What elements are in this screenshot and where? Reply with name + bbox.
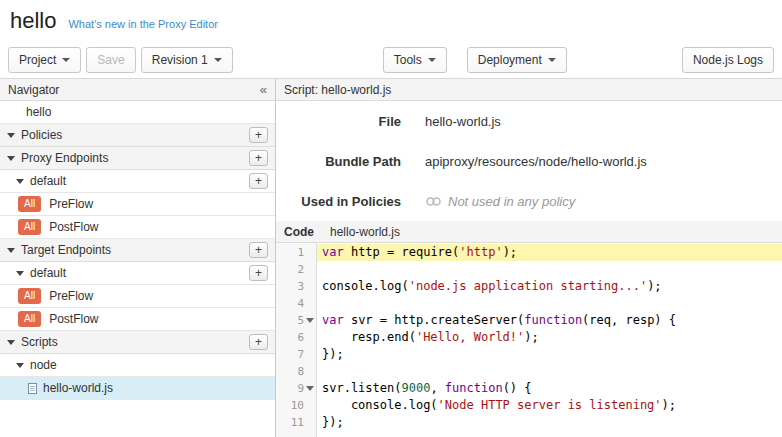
code-text[interactable]: var http = require('http'); — [317, 244, 782, 261]
fold-toggle-icon[interactable] — [306, 386, 314, 391]
nav-item-target-preflow[interactable]: All PreFlow — [0, 285, 275, 308]
caret-down-icon — [548, 58, 556, 62]
save-button-label: Save — [97, 53, 124, 67]
code-line[interactable]: 10 console.log('Node HTTP server is list… — [276, 397, 782, 414]
line-gutter: 4 — [276, 295, 317, 312]
nav-item-hello[interactable]: hello — [0, 101, 275, 124]
revision-menu-button[interactable]: Revision 1 — [141, 47, 233, 73]
code-text[interactable]: }); — [317, 414, 782, 431]
line-gutter: 8 — [276, 363, 317, 380]
code-line[interactable]: 1var http = require('http'); — [276, 244, 782, 261]
not-used-text: Not used in any policy — [448, 194, 575, 209]
line-gutter: 5 — [276, 312, 317, 329]
code-text[interactable]: }); — [317, 346, 782, 363]
line-number: 1 — [286, 246, 304, 259]
code-line[interactable]: 8 — [276, 363, 782, 380]
file-icon — [28, 383, 37, 394]
nav-item-label: node — [30, 358, 57, 372]
script-panel-title: Script: hello-world.js — [284, 83, 391, 97]
add-proxy-flow-button[interactable]: + — [249, 173, 268, 189]
nav-section-label: Proxy Endpoints — [21, 151, 108, 165]
nav-item-node-folder[interactable]: node — [0, 354, 275, 377]
deployment-menu-button[interactable]: Deployment — [467, 47, 567, 73]
nav-item-proxy-preflow[interactable]: All PreFlow — [0, 193, 275, 216]
code-text[interactable]: console.log('node.js application startin… — [317, 278, 782, 295]
add-proxy-endpoint-button[interactable]: + — [249, 150, 268, 166]
page-title: hello — [10, 8, 56, 34]
code-text[interactable] — [317, 261, 782, 278]
nav-item-label: PreFlow — [49, 197, 93, 211]
main-split: Navigator « hello Policies + Proxy Endpo… — [0, 79, 782, 437]
line-gutter: 9 — [276, 380, 317, 397]
add-target-endpoint-button[interactable]: + — [249, 242, 268, 258]
nav-item-target-default[interactable]: default + — [0, 262, 275, 285]
code-text[interactable]: var svr = http.createServer(function(req… — [317, 312, 782, 329]
code-line[interactable]: 7}); — [276, 346, 782, 363]
flow-condition-badge: All — [18, 196, 41, 212]
code-editor[interactable]: 1var http = require('http');23console.lo… — [276, 243, 782, 437]
app-window: hello What's new in the Proxy Editor Pro… — [0, 0, 782, 437]
navigator-title: Navigator — [8, 83, 59, 97]
navigator-panel: Navigator « hello Policies + Proxy Endpo… — [0, 79, 276, 437]
used-in-policies-label: Used in Policies — [276, 194, 401, 209]
line-number: 10 — [286, 399, 304, 412]
nav-item-proxy-default[interactable]: default + — [0, 170, 275, 193]
collapse-navigator-icon[interactable]: « — [260, 82, 267, 97]
project-menu-button[interactable]: Project — [8, 47, 81, 73]
nodejs-logs-button[interactable]: Node.js Logs — [682, 47, 774, 73]
line-number: 8 — [286, 365, 304, 378]
code-line[interactable]: 3console.log('node.js application starti… — [276, 278, 782, 295]
nav-item-proxy-postflow[interactable]: All PostFlow — [0, 216, 275, 239]
file-row: File hello-world.js — [276, 101, 782, 141]
line-number: 5 — [286, 314, 304, 327]
navigator-header: Navigator « — [0, 79, 275, 101]
nav-section-policies[interactable]: Policies + — [0, 124, 275, 147]
code-text[interactable] — [317, 295, 782, 312]
nav-item-target-postflow[interactable]: All PostFlow — [0, 308, 275, 331]
code-line[interactable]: 5var svr = http.createServer(function(re… — [276, 312, 782, 329]
line-gutter: 2 — [276, 261, 317, 278]
line-number: 7 — [286, 348, 304, 361]
code-line[interactable]: 11}); — [276, 414, 782, 431]
code-header: Code hello-world.js — [276, 221, 782, 243]
deployment-menu-label: Deployment — [478, 53, 542, 67]
flow-condition-badge: All — [18, 288, 41, 304]
fold-toggle-icon[interactable] — [306, 318, 314, 323]
nav-section-label: Scripts — [21, 335, 58, 349]
page-header: hello What's new in the Proxy Editor — [0, 0, 782, 42]
line-number: 4 — [286, 297, 304, 310]
code-line[interactable]: 4 — [276, 295, 782, 312]
line-gutter: 10 — [276, 397, 317, 414]
bundle-path-label: Bundle Path — [276, 154, 401, 169]
whats-new-link[interactable]: What's new in the Proxy Editor — [68, 18, 217, 30]
disclosure-down-icon — [16, 179, 24, 184]
revision-menu-label: Revision 1 — [152, 53, 208, 67]
code-text[interactable] — [317, 363, 782, 380]
link-icon — [425, 196, 442, 207]
caret-down-icon — [62, 58, 70, 62]
nav-item-hello-world-js[interactable]: hello-world.js — [0, 377, 275, 400]
save-button[interactable]: Save — [86, 47, 135, 73]
code-text[interactable]: resp.end('Hello, World!'); — [317, 329, 782, 346]
add-target-flow-button[interactable]: + — [249, 265, 268, 281]
used-in-policies-value: Not used in any policy — [425, 194, 575, 209]
code-text[interactable]: svr.listen(9000, function() { — [317, 380, 782, 397]
nav-section-proxy-endpoints[interactable]: Proxy Endpoints + — [0, 147, 275, 170]
disclosure-down-icon — [16, 271, 24, 276]
line-number: 6 — [286, 331, 304, 344]
nav-section-target-endpoints[interactable]: Target Endpoints + — [0, 239, 275, 262]
nav-item-label: hello — [26, 105, 51, 119]
code-text[interactable]: console.log('Node HTTP server is listeni… — [317, 397, 782, 414]
code-file-tab[interactable]: hello-world.js — [330, 225, 400, 239]
add-policy-button[interactable]: + — [249, 127, 268, 143]
disclosure-down-icon — [16, 363, 24, 368]
nav-item-label: PostFlow — [49, 220, 98, 234]
add-script-button[interactable]: + — [249, 334, 268, 350]
code-lines: 1var http = require('http');23console.lo… — [276, 243, 782, 431]
used-in-policies-row: Used in Policies Not used in any policy — [276, 181, 782, 221]
tools-menu-button[interactable]: Tools — [383, 47, 447, 73]
code-line[interactable]: 6 resp.end('Hello, World!'); — [276, 329, 782, 346]
nav-section-scripts[interactable]: Scripts + — [0, 331, 275, 354]
code-line[interactable]: 9svr.listen(9000, function() { — [276, 380, 782, 397]
code-line[interactable]: 2 — [276, 261, 782, 278]
